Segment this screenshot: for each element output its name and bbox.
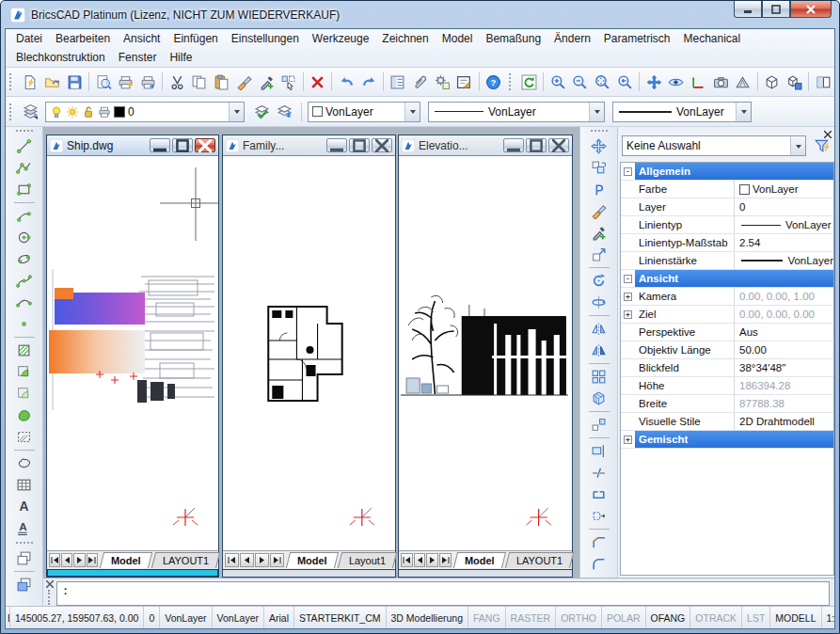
help-button[interactable]: ?	[483, 71, 505, 93]
pan-button[interactable]	[642, 71, 665, 93]
rectangle-button[interactable]	[11, 179, 37, 200]
zoom-in-button[interactable]	[547, 71, 569, 93]
layer-combo-arrow[interactable]	[229, 103, 244, 121]
menu-ansicht[interactable]: Ansicht	[117, 30, 166, 47]
perspective-button[interactable]	[732, 71, 754, 93]
quick-select-button[interactable]	[811, 135, 833, 157]
zoom-extents-button[interactable]	[592, 71, 614, 93]
tab-prev-button[interactable]	[61, 553, 72, 567]
command-grip[interactable]	[48, 590, 51, 605]
toggle-fang[interactable]: FANG	[468, 607, 506, 628]
menu-zeichnen[interactable]: Zeichnen	[375, 30, 435, 47]
menu-bearbeiten[interactable]: Bearbeiten	[49, 30, 117, 47]
menu-parametrisch[interactable]: Parametrisch	[597, 30, 677, 47]
tab-next-button[interactable]	[426, 553, 438, 567]
tile-windows-button[interactable]	[11, 574, 37, 595]
section-header-ansicht[interactable]: - Ansicht	[621, 270, 833, 288]
drawing-canvas-elevation[interactable]	[399, 156, 572, 550]
tab-model[interactable]: Model	[286, 552, 339, 568]
linetype-combo-arrow[interactable]	[589, 103, 604, 121]
selection-combo[interactable]: Keine Auswahl	[622, 135, 806, 156]
array-3d-button[interactable]	[586, 388, 611, 409]
menu-werkzeuge[interactable]: Werkzeuge	[306, 30, 375, 47]
active-window-edge[interactable]	[47, 569, 218, 577]
zoom-previous-button[interactable]	[613, 71, 636, 93]
status-textstyle[interactable]: Arial	[264, 607, 294, 628]
toolbar-grip[interactable]	[9, 73, 14, 90]
delete-button[interactable]	[307, 71, 329, 93]
tab-model[interactable]: Model	[453, 552, 506, 568]
region-button[interactable]	[11, 383, 37, 404]
doc-close-button[interactable]	[372, 138, 392, 152]
expand-icon[interactable]: +	[624, 436, 632, 444]
boundary-button[interactable]	[11, 361, 37, 383]
print-preview-button[interactable]	[92, 71, 115, 93]
selection-combo-arrow[interactable]	[790, 136, 805, 155]
doc-restore-button[interactable]	[349, 138, 370, 152]
visuelle-stile-value[interactable]: 2D Drahtmodell	[735, 413, 833, 430]
settings-button[interactable]	[431, 71, 453, 93]
doc-title-bar[interactable]: Family...	[223, 135, 395, 156]
objektiv-laenge-value[interactable]: 50.00	[735, 341, 833, 358]
linetype-combo[interactable]: VonLayer	[428, 102, 605, 122]
layer-value[interactable]: 0	[735, 198, 833, 215]
toolbar-grip[interactable]	[591, 130, 608, 134]
tab-layout1[interactable]: LAYOUT1	[151, 552, 221, 568]
color-combo-arrow[interactable]	[404, 103, 420, 121]
paste-button[interactable]	[211, 71, 233, 93]
blickfeld-value[interactable]: 38°34'48"	[735, 359, 833, 376]
save-button[interactable]	[63, 71, 86, 93]
linientyp-massstab-value[interactable]: 2.54	[735, 234, 833, 251]
restore-button[interactable]	[762, 1, 790, 18]
breite-value[interactable]: 87788.38	[735, 395, 833, 412]
view-button[interactable]	[665, 71, 688, 93]
ucs-button[interactable]	[688, 71, 710, 93]
tab-last-button[interactable]	[87, 553, 98, 567]
copy-properties-button[interactable]	[586, 222, 611, 244]
tab-first-button[interactable]	[225, 553, 239, 567]
curve-button[interactable]	[11, 292, 37, 313]
menu-fenster[interactable]: Fenster	[112, 49, 164, 66]
doc-title-bar[interactable]: Elevatio...	[399, 135, 572, 156]
status-coordinates[interactable]: 145005.27, 159507.63, 0.00	[10, 607, 144, 628]
print-button[interactable]	[115, 71, 137, 93]
doc-minimize-button[interactable]	[326, 138, 347, 152]
layer-combo[interactable]: 0	[45, 102, 245, 122]
expand-icon[interactable]: +	[624, 310, 632, 319]
spline-button[interactable]	[11, 270, 37, 292]
drawing-explorer-button[interactable]	[387, 71, 409, 93]
attach-button[interactable]	[409, 71, 432, 93]
hoehe-value[interactable]: 186394.28	[735, 377, 833, 394]
toolbar-grip[interactable]	[9, 103, 14, 120]
layer-states-button[interactable]	[250, 101, 273, 123]
farbe-value[interactable]: VonLayer	[735, 181, 833, 198]
tab-next-button[interactable]	[73, 553, 85, 567]
hatch-button[interactable]	[11, 340, 37, 361]
edit-form-button[interactable]	[453, 71, 476, 93]
collapse-icon[interactable]: -	[624, 275, 632, 283]
toolbar-grip[interactable]	[509, 73, 514, 90]
tab-layout1[interactable]: LAYOUT1	[505, 552, 575, 568]
linienstaerke-value[interactable]: VonLayer	[735, 252, 833, 269]
expand-icon[interactable]: +	[624, 293, 632, 301]
polyline-button[interactable]	[11, 157, 37, 179]
doc-title-bar[interactable]: Ship.dwg	[47, 135, 218, 156]
polyline-edit-button[interactable]	[586, 179, 611, 200]
mtext-button[interactable]: A	[11, 496, 37, 517]
table-button[interactable]	[11, 474, 37, 496]
status-workspace[interactable]: 3D Modellierung	[387, 607, 468, 628]
command-input[interactable]: :	[56, 581, 830, 606]
kamera-value[interactable]: 0.00, 0.00, 1.00	[735, 288, 833, 305]
doc-close-button[interactable]	[195, 138, 215, 152]
copy-properties-button[interactable]	[255, 71, 277, 93]
split-view-button[interactable]	[812, 71, 834, 93]
lineweight-combo-arrow[interactable]	[736, 103, 751, 121]
doc-restore-button[interactable]	[526, 138, 547, 152]
render-box-button[interactable]	[761, 71, 784, 93]
wipeout-button[interactable]	[11, 426, 37, 448]
align-button[interactable]	[586, 414, 611, 436]
drawing-canvas-ship[interactable]	[47, 156, 218, 550]
select-button[interactable]	[277, 71, 300, 93]
toggle-raster[interactable]: RASTER	[506, 607, 557, 628]
cut-button[interactable]	[166, 71, 188, 93]
